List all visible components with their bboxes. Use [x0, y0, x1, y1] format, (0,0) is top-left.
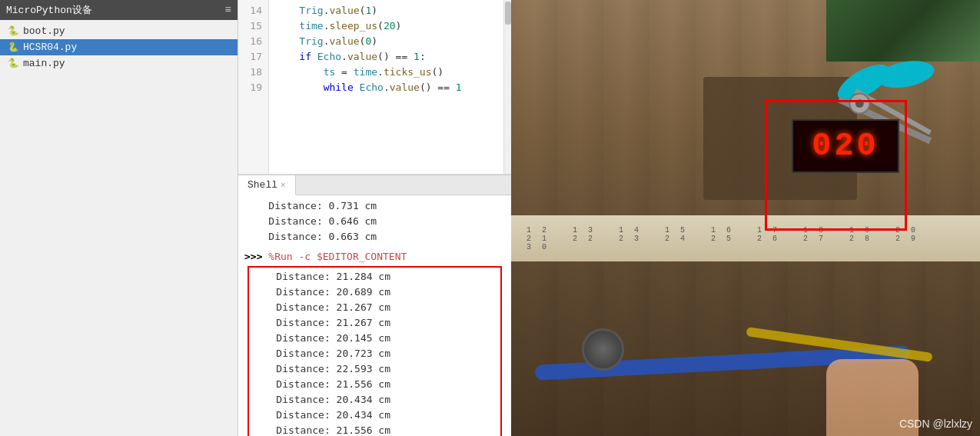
shell-output-line: Distance: 0.646 cm: [244, 214, 505, 229]
sidebar-header: MicroPython设备 ≡: [0, 0, 238, 20]
line-number: 19: [238, 80, 268, 95]
output-distance-line: Distance: 21.267 cm: [252, 315, 497, 331]
line-number: 15: [238, 18, 268, 34]
shell-prompt: >>> %Run -c $EDITOR_CONTENT: [244, 249, 505, 265]
editor-scrollbar[interactable]: [503, 0, 511, 174]
output-distance-line: Distance: 20.723 cm: [252, 346, 497, 361]
prompt-arrow-icon: >>>: [244, 251, 268, 262]
shell-tab-close-icon[interactable]: ×: [281, 181, 286, 190]
run-command: %Run -c $EDITOR_CONTENT: [268, 251, 407, 262]
output-distance-line: Distance: 20.145 cm: [252, 331, 497, 346]
ruler-markings: 12 13 14 15 16 17 18 19 20 21 22 23 24 2…: [511, 215, 980, 261]
code-line: while Echo.value() == 1: [275, 80, 497, 95]
code-line: Trig.value(1): [275, 3, 497, 18]
line-number: 18: [238, 65, 268, 80]
sensor-circle: [582, 328, 624, 371]
output-distance-line: Distance: 21.556 cm: [252, 377, 497, 392]
code-line: if Echo.value() == 1:: [275, 49, 497, 65]
output-distance-line: Distance: 21.556 cm: [252, 423, 497, 436]
shell-tab-label: Shell: [247, 179, 277, 191]
sidebar-file-item[interactable]: 🐍main.py: [0, 55, 238, 72]
main-editor-area: 141516171819 Trig.value(1) time.sleep_us…: [238, 0, 511, 436]
photo-panel: 12 13 14 15 16 17 18 19 20 21 22 23 24 2…: [511, 0, 980, 436]
shell-content[interactable]: Distance: 0.731 cm Distance: 0.646 cm Di…: [238, 195, 511, 436]
output-box: Distance: 21.284 cm Distance: 20.689 cm …: [247, 266, 502, 436]
code-line: ts = time.ticks_us(): [275, 65, 497, 80]
sidebar-file-item[interactable]: 🐍HCSR04.py: [0, 39, 238, 55]
file-type-icon: 🐍: [8, 26, 18, 37]
shell-output-line: Distance: 0.663 cm: [244, 229, 505, 245]
watermark: CSDN @lzlxlzy: [899, 418, 972, 430]
file-name-label: HCSR04.py: [23, 42, 77, 53]
line-number: 16: [238, 34, 268, 49]
output-distance-line: Distance: 22.593 cm: [252, 361, 497, 377]
file-type-icon: 🐍: [8, 42, 18, 53]
file-name-label: boot.py: [23, 25, 65, 37]
file-type-icon: 🐍: [8, 58, 18, 69]
sidebar-title: MicroPython设备: [6, 3, 92, 17]
file-name-label: main.py: [23, 58, 65, 69]
code-line: time.sleep_us(20): [275, 18, 497, 34]
output-distance-line: Distance: 21.284 cm: [252, 269, 497, 285]
foliage-background: [826, 0, 980, 62]
shell-output-line: Distance: 0.731 cm: [244, 198, 505, 214]
output-distance-line: Distance: 20.434 cm: [252, 408, 497, 423]
shell-tab[interactable]: Shell ×: [238, 175, 296, 195]
shell-tab-bar: Shell ×: [238, 175, 511, 195]
code-content[interactable]: Trig.value(1) time.sleep_us(20) Trig.val…: [269, 0, 503, 174]
output-distance-line: Distance: 20.689 cm: [252, 285, 497, 300]
sidebar-menu-icon[interactable]: ≡: [225, 4, 231, 16]
scrollbar-thumb: [505, 2, 511, 25]
highlight-box: [765, 100, 907, 231]
line-numbers: 141516171819: [238, 0, 269, 174]
output-distance-line: Distance: 20.434 cm: [252, 392, 497, 408]
output-distance-line: Distance: 21.267 cm: [252, 300, 497, 315]
code-line: Trig.value(0): [275, 34, 497, 49]
shell-panel: Shell × Distance: 0.731 cm Distance: 0.6…: [238, 175, 511, 436]
line-number: 14: [238, 3, 268, 18]
code-editor-inner: 141516171819 Trig.value(1) time.sleep_us…: [238, 0, 511, 174]
sidebar-file-item[interactable]: 🐍boot.py: [0, 23, 238, 39]
file-explorer-sidebar: MicroPython设备 ≡ 🐍boot.py🐍HCSR04.py🐍main.…: [0, 0, 238, 436]
file-list: 🐍boot.py🐍HCSR04.py🐍main.py: [0, 20, 238, 436]
svg-point-1: [875, 58, 936, 92]
line-number: 17: [238, 49, 268, 65]
code-editor: 141516171819 Trig.value(1) time.sleep_us…: [238, 0, 511, 175]
